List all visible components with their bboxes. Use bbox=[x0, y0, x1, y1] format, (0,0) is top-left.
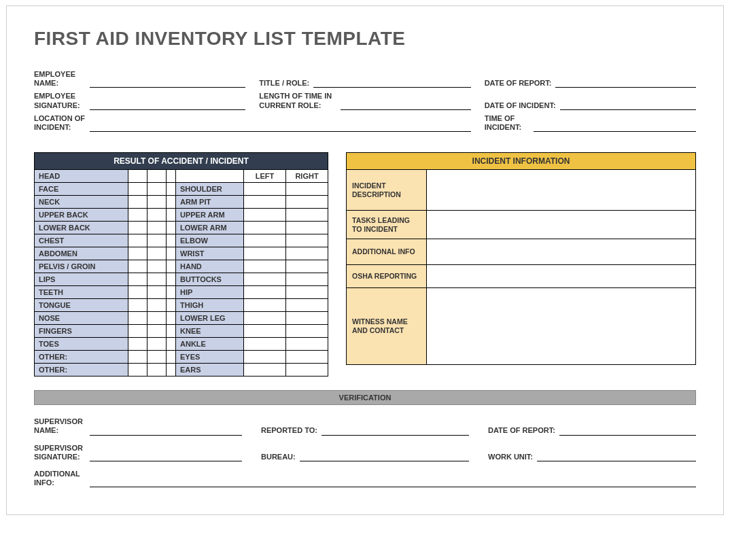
checkbox-cell[interactable] bbox=[147, 286, 167, 299]
table-cell: NOSE bbox=[35, 312, 128, 325]
checkbox-cell[interactable] bbox=[128, 364, 147, 377]
table-cell: OTHER: bbox=[35, 351, 128, 364]
checkbox-cell[interactable] bbox=[286, 312, 328, 325]
table-cell: CHEST bbox=[35, 234, 128, 247]
input-time-of-incident[interactable] bbox=[534, 121, 696, 132]
info-row: ADDITIONAL INFO bbox=[347, 239, 695, 265]
input-length-role[interactable] bbox=[341, 99, 470, 110]
checkbox-cell[interactable] bbox=[128, 209, 147, 222]
checkbox-cell[interactable] bbox=[147, 351, 167, 364]
label-reported-to: REPORTED TO: bbox=[261, 426, 321, 435]
checkbox-cell[interactable] bbox=[244, 209, 286, 222]
checkbox-cell[interactable] bbox=[286, 234, 328, 247]
table-cell: UPPER BACK bbox=[35, 209, 128, 222]
checkbox-cell[interactable] bbox=[128, 260, 147, 273]
checkbox-cell[interactable] bbox=[244, 247, 286, 260]
input-date-of-incident[interactable] bbox=[560, 99, 696, 110]
info-value[interactable] bbox=[427, 170, 695, 211]
checkbox-cell[interactable] bbox=[147, 312, 167, 325]
table-cell: THIGH bbox=[176, 299, 244, 312]
input-employee-name[interactable] bbox=[90, 77, 245, 88]
checkbox-cell[interactable] bbox=[286, 351, 328, 364]
input-footer-date-of-report[interactable] bbox=[559, 425, 696, 436]
input-date-of-report[interactable] bbox=[555, 77, 696, 88]
input-title-role[interactable] bbox=[313, 77, 470, 88]
checkbox-cell[interactable] bbox=[244, 351, 286, 364]
checkbox-cell[interactable] bbox=[128, 351, 147, 364]
checkbox-cell[interactable] bbox=[128, 325, 147, 338]
checkbox-cell[interactable] bbox=[286, 364, 328, 377]
checkbox-cell[interactable] bbox=[128, 338, 147, 351]
checkbox-cell[interactable] bbox=[286, 209, 328, 222]
checkbox-cell[interactable] bbox=[244, 312, 286, 325]
checkbox-cell[interactable] bbox=[147, 247, 167, 260]
info-row: OSHA REPORTING bbox=[347, 265, 695, 288]
label-date-of-report: DATE OF REPORT: bbox=[485, 79, 556, 88]
checkbox-cell[interactable] bbox=[128, 286, 147, 299]
info-value[interactable] bbox=[427, 239, 695, 265]
field-time-of-incident: TIME OF INCIDENT: bbox=[485, 114, 696, 132]
checkbox-cell[interactable] bbox=[147, 260, 167, 273]
checkbox-cell[interactable] bbox=[147, 338, 167, 351]
checkbox-cell[interactable] bbox=[128, 222, 147, 234]
input-supervisor-signature[interactable] bbox=[90, 451, 242, 461]
checkbox-cell[interactable] bbox=[286, 338, 328, 351]
checkbox-cell[interactable] bbox=[147, 234, 167, 247]
form-page: FIRST AID INVENTORY LIST TEMPLATE EMPLOY… bbox=[6, 5, 724, 515]
input-location-of-incident[interactable] bbox=[90, 121, 471, 132]
input-additional-info[interactable] bbox=[90, 476, 696, 487]
checkbox-cell[interactable] bbox=[286, 325, 328, 338]
checkbox-cell[interactable] bbox=[147, 196, 167, 209]
checkbox-cell[interactable] bbox=[286, 260, 328, 273]
checkbox-cell[interactable] bbox=[147, 183, 167, 196]
checkbox-cell[interactable] bbox=[128, 183, 147, 196]
checkbox-cell[interactable] bbox=[147, 222, 167, 234]
checkbox-cell[interactable] bbox=[128, 234, 147, 247]
input-reported-to[interactable] bbox=[321, 425, 469, 436]
table-cell bbox=[167, 170, 176, 183]
checkbox-cell[interactable] bbox=[286, 273, 328, 286]
input-bureau[interactable] bbox=[300, 451, 469, 461]
input-supervisor-name[interactable] bbox=[90, 425, 242, 436]
info-value[interactable] bbox=[427, 288, 695, 364]
checkbox-cell[interactable] bbox=[128, 196, 147, 209]
checkbox-cell[interactable] bbox=[286, 299, 328, 312]
checkbox-cell[interactable] bbox=[244, 325, 286, 338]
table-cell bbox=[167, 247, 176, 260]
checkbox-cell[interactable] bbox=[286, 286, 328, 299]
label-supervisor-signature: SUPERVISOR SIGNATURE: bbox=[34, 444, 90, 461]
checkbox-cell[interactable] bbox=[128, 247, 147, 260]
input-work-unit[interactable] bbox=[537, 451, 696, 461]
field-work-unit: WORK UNIT: bbox=[488, 444, 696, 461]
info-value[interactable] bbox=[427, 265, 695, 288]
checkbox-cell[interactable] bbox=[244, 196, 286, 209]
table-cell: BUTTOCKS bbox=[176, 273, 244, 286]
checkbox-cell[interactable] bbox=[128, 312, 147, 325]
checkbox-cell[interactable] bbox=[244, 234, 286, 247]
checkbox-cell[interactable] bbox=[286, 222, 328, 234]
checkbox-cell[interactable] bbox=[244, 286, 286, 299]
checkbox-cell[interactable] bbox=[147, 209, 167, 222]
checkbox-cell[interactable] bbox=[286, 247, 328, 260]
checkbox-cell[interactable] bbox=[244, 338, 286, 351]
checkbox-cell[interactable] bbox=[147, 325, 167, 338]
checkbox-cell[interactable] bbox=[128, 299, 147, 312]
checkbox-cell[interactable] bbox=[244, 183, 286, 196]
checkbox-cell[interactable] bbox=[244, 364, 286, 377]
label-footer-date-of-report: DATE OF REPORT: bbox=[488, 426, 559, 435]
checkbox-cell[interactable] bbox=[286, 196, 328, 209]
checkbox-cell[interactable] bbox=[147, 299, 167, 312]
checkbox-cell[interactable] bbox=[244, 299, 286, 312]
checkbox-cell[interactable] bbox=[128, 170, 147, 183]
checkbox-cell[interactable] bbox=[128, 273, 147, 286]
info-value[interactable] bbox=[427, 211, 695, 239]
checkbox-cell[interactable] bbox=[147, 364, 167, 377]
checkbox-cell[interactable] bbox=[244, 260, 286, 273]
checkbox-cell[interactable] bbox=[244, 273, 286, 286]
input-employee-signature[interactable] bbox=[90, 99, 245, 110]
checkbox-cell[interactable] bbox=[286, 183, 328, 196]
table-cell: EYES bbox=[176, 351, 244, 364]
checkbox-cell[interactable] bbox=[147, 273, 167, 286]
checkbox-cell[interactable] bbox=[147, 170, 167, 183]
checkbox-cell[interactable] bbox=[244, 222, 286, 234]
